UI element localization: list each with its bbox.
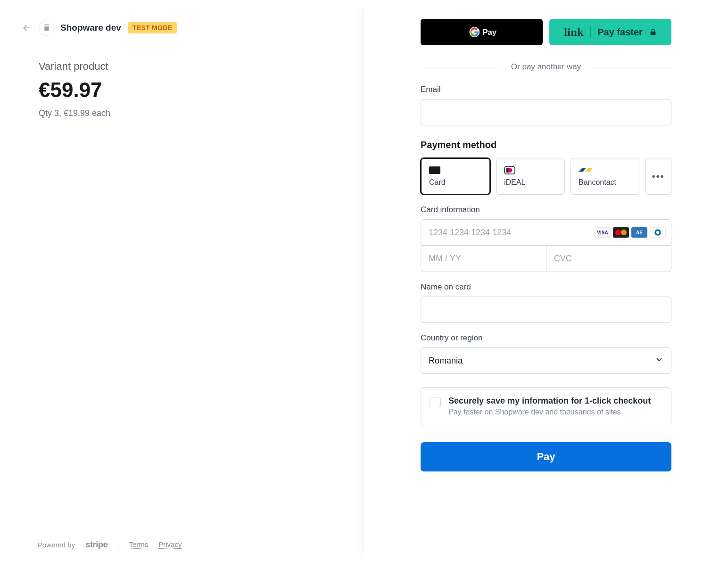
payment-method-tabs: Card iDEAL Bancontact ••• — [421, 158, 671, 195]
summary-pane: Shopware dev TEST MODE Variant product €… — [0, 0, 364, 562]
link-cta-text: Pay faster — [597, 27, 643, 38]
product-summary: Variant product €59.97 Qty 3, €19.99 eac… — [39, 60, 334, 118]
ideal-icon — [504, 166, 557, 174]
amex-icon: AE — [631, 227, 647, 238]
test-mode-badge: TEST MODE — [128, 22, 177, 33]
svg-rect-5 — [429, 168, 440, 170]
left-header: Shopware dev TEST MODE — [20, 20, 334, 36]
method-tab-ideal[interactable]: iDEAL — [496, 158, 565, 195]
privacy-link[interactable]: Privacy — [158, 540, 182, 549]
terms-link[interactable]: Terms — [129, 540, 148, 549]
method-more-button[interactable]: ••• — [645, 158, 671, 195]
method-tab-bancontact[interactable]: Bancontact — [571, 158, 639, 195]
country-select[interactable]: Romania — [421, 347, 671, 374]
stripe-logo: stripe — [85, 540, 108, 550]
left-footer: Powered by stripe Terms Privacy — [38, 539, 182, 550]
link-logo: link — [564, 26, 584, 39]
pay-button[interactable]: Pay — [421, 442, 671, 471]
save-info-subtitle: Pay faster on Shopware dev and thousands… — [448, 408, 651, 416]
country-label: Country or region — [421, 333, 671, 343]
card-icon — [429, 166, 482, 174]
link-separator — [590, 26, 591, 38]
bancontact-icon — [579, 166, 631, 174]
method-tab-card-label: Card — [429, 178, 482, 187]
powered-by-label: Powered by — [38, 541, 75, 549]
merchant-logo — [39, 20, 55, 36]
lock-icon — [649, 28, 657, 36]
product-name: Variant product — [39, 60, 334, 73]
email-field[interactable] — [421, 99, 671, 125]
google-pay-icon: Pay — [465, 26, 499, 38]
link-pay-button[interactable]: link Pay faster — [549, 19, 671, 45]
back-arrow-icon[interactable] — [20, 21, 33, 34]
name-on-card-label: Name on card — [421, 282, 671, 292]
card-cvc-field[interactable] — [546, 246, 671, 272]
or-divider-text: Or pay another way — [511, 62, 581, 72]
card-expiry-field[interactable] — [421, 246, 546, 272]
product-price: €59.97 — [39, 78, 334, 102]
svg-text:Pay: Pay — [482, 28, 497, 37]
or-divider: Or pay another way — [421, 62, 671, 72]
card-info-label: Card information — [421, 205, 671, 215]
card-brand-icons: VISA AE — [595, 227, 666, 238]
product-subline: Qty 3, €19.99 each — [39, 108, 334, 118]
footer-divider — [118, 539, 118, 550]
save-info-box: Securely save my information for 1-click… — [421, 387, 671, 425]
mastercard-icon — [613, 227, 629, 238]
method-tab-card[interactable]: Card — [421, 158, 490, 195]
diners-icon — [650, 227, 666, 238]
payment-method-title: Payment method — [421, 140, 671, 150]
save-info-title: Securely save my information for 1-click… — [448, 396, 651, 406]
payment-pane: Pay link Pay faster Or pay another way E… — [364, 0, 728, 562]
name-on-card-field[interactable] — [421, 297, 671, 323]
visa-icon: VISA — [595, 227, 611, 238]
save-info-checkbox[interactable] — [430, 397, 441, 408]
google-pay-button[interactable]: Pay — [421, 19, 543, 45]
method-tab-bancontact-label: Bancontact — [579, 178, 631, 187]
email-label: Email — [421, 85, 671, 94]
method-tab-ideal-label: iDEAL — [504, 178, 557, 187]
svg-point-9 — [656, 231, 660, 234]
express-checkout-row: Pay link Pay faster — [421, 19, 671, 45]
merchant-name: Shopware dev — [60, 23, 121, 33]
chevron-down-icon — [655, 355, 663, 366]
svg-rect-7 — [506, 168, 508, 173]
country-select-value: Romania — [429, 356, 463, 366]
